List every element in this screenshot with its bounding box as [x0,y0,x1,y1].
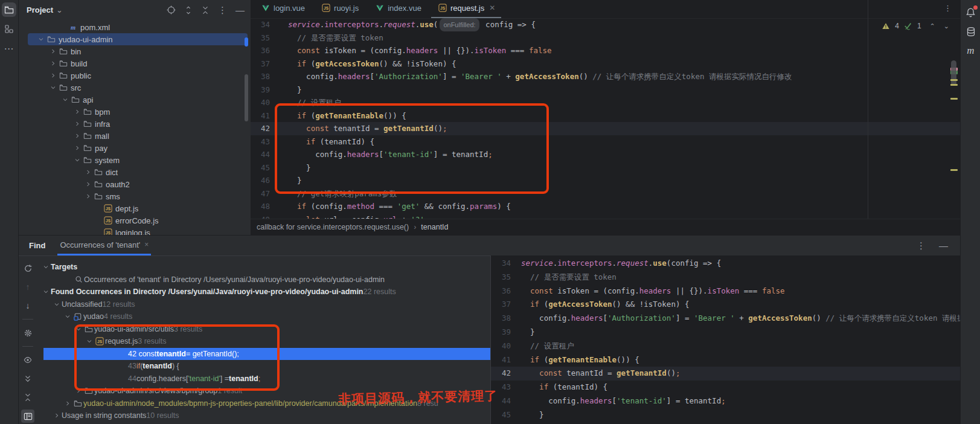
project-tree-row[interactable]: sms [18,190,251,202]
chevron-down-icon[interactable]: ⌄ [56,5,63,14]
close-icon[interactable]: ✕ [489,4,495,12]
up-button[interactable]: ↑ [21,280,34,294]
code-line-41[interactable]: 41 if (getTenantEnable()) { [251,109,960,123]
minimize-icon[interactable]: — [235,5,245,15]
project-tree-row[interactable]: mpom.xml [18,21,251,33]
find-result-row[interactable]: 43 if (tenantId) { [37,360,490,373]
project-tree-row[interactable]: bpm [18,106,251,118]
chev-right-icon[interactable] [75,387,82,394]
chev-right-icon[interactable] [85,193,92,200]
chev-down-icon[interactable] [86,338,93,345]
project-title[interactable]: Project [27,5,53,14]
code-line-39[interactable]: 39 } [491,326,961,339]
chev-right-icon[interactable] [74,144,81,152]
find-result-row[interactable]: 44 config.headers['tenant-id'] = tenantI… [37,373,490,385]
code-line-41[interactable]: 41 if (getTenantEnable()) { [491,353,961,367]
next-problem-icon[interactable]: ⌄ [944,22,949,30]
code-line-45[interactable]: 45 } [491,408,961,422]
collapse-all-icon[interactable] [201,6,210,14]
project-tree-row[interactable]: api [18,94,251,106]
find-results-tab[interactable]: Occurrences of 'tenant' × [57,236,151,255]
chev-down-icon[interactable] [37,36,45,43]
find-result-row[interactable]: yudao-ui-admin/src/utils 3 results [37,323,490,336]
code-line-34[interactable]: 34service.interceptors.request.use(confi… [491,257,961,271]
project-tree-row[interactable]: infra [18,118,251,130]
tool-stripe-button-maven-m[interactable]: m [964,43,978,58]
chev-right-icon[interactable] [64,400,71,407]
project-tree-row[interactable]: yudao-ui-admin [18,33,251,45]
find-result-row[interactable]: yudao 4 results [37,310,490,323]
project-tree-row[interactable]: JSdept.js [18,202,251,214]
find-result-row[interactable]: 42 const tenantId = getTenantId(); [37,348,490,361]
code-line-42[interactable]: 42 const tenantId = getTenantId(); [491,367,961,381]
chev-down-icon[interactable] [53,301,60,308]
tool-stripe-button-more-horizontal[interactable]: ⋯ [2,41,16,56]
preview-editor[interactable]: 34service.interceptors.request.use(confi… [490,255,961,424]
chev-right-icon[interactable] [74,108,81,115]
breadcrumb-leaf[interactable]: tenantId [421,223,448,231]
chev-down-icon[interactable] [62,96,69,103]
tool-stripe-button-notifications-bell[interactable] [964,5,978,19]
kebab-menu-icon[interactable]: ⋮ [944,4,952,13]
code-line-42[interactable]: 42 const tenantId = getTenantId(); [251,122,960,135]
find-result-row[interactable]: Targets [37,261,490,274]
code-line-44[interactable]: 44 config.headers['tenant-id'] = tenantI… [251,148,960,161]
project-tree-row[interactable]: pay [18,142,251,154]
kebab-icon[interactable]: ⋮ [218,5,227,16]
find-result-row[interactable]: Found Occurrences in Directory /Users/yu… [37,286,490,298]
project-tree-row[interactable]: JSerrorCode.js [18,214,251,226]
project-tree-row[interactable]: dict [18,166,251,178]
project-tree-row[interactable]: oauth2 [18,178,251,190]
down-button[interactable]: ↓ [21,299,34,312]
chev-right-icon[interactable] [53,412,60,419]
code-line-47[interactable]: 47 // get请求映射params参数 [251,187,960,201]
chev-right-icon[interactable] [50,72,57,79]
code-line-43[interactable]: 43 if (tenantId) { [491,381,961,394]
editor-scrollbar[interactable] [951,60,956,86]
refresh-button[interactable] [21,262,34,275]
close-icon[interactable]: × [144,240,149,249]
code-line-38[interactable]: 38 config.headers['Authorization'] = 'Be… [251,70,960,83]
eye-button[interactable] [21,353,34,367]
tool-stripe-button-database[interactable] [964,24,978,39]
code-line-36[interactable]: 36 const isToken = (config.headers || {}… [491,284,961,298]
chev-down-icon[interactable] [64,313,71,320]
kebab-icon[interactable]: ⋮ [917,240,926,251]
chev-right-icon[interactable] [85,181,92,188]
code-line-34[interactable]: 34service.interceptors.request.use(onFul… [251,18,960,31]
code-line-37[interactable]: 37 if (getAccessToken() && !isToken) { [251,57,960,71]
code-area[interactable]: 34service.interceptors.request.use(onFul… [251,18,960,235]
chev-down-icon[interactable] [75,326,82,333]
find-result-row[interactable]: Occurrences of 'tenant' in Directory /Us… [37,274,490,286]
collapse-all-button[interactable] [21,391,34,404]
project-tree-row[interactable]: JSloginlog.js [18,226,251,235]
editor-tab-index.vue[interactable]: index.vue [368,0,428,18]
expand-all-button[interactable] [21,372,34,385]
tool-stripe-button-project-folder[interactable] [2,2,16,17]
chev-right-icon[interactable] [74,132,81,140]
code-line-43[interactable]: 43 if (tenantId) { [251,135,960,149]
editor-tab-request.js[interactable]: JSrequest.js✕ [431,0,501,18]
project-tree-row[interactable]: system [18,154,251,166]
code-line-45[interactable]: 45 } [251,161,960,175]
prev-problem-icon[interactable]: ⌃ [930,22,935,30]
project-tree-row[interactable]: src [18,82,251,94]
project-tree-row[interactable]: bin [18,45,251,57]
find-result-row[interactable]: JSrequest.js 3 results [37,335,490,348]
code-line-46[interactable]: 46 } [251,174,960,187]
preview-toggle-button[interactable] [21,410,34,423]
unfold-icon[interactable] [184,6,193,14]
chev-right-icon[interactable] [50,48,57,55]
code-line-48[interactable]: 48 if (config.method === 'get' && config… [251,200,960,213]
code-line-40[interactable]: 40 // 设置租户 [491,339,961,353]
chev-down-icon[interactable] [42,263,50,271]
code-line-35[interactable]: 35 // 是否需要设置 token [491,271,961,284]
chev-right-icon[interactable] [85,169,92,176]
chev-down-icon[interactable] [74,156,81,164]
code-line-40[interactable]: 40 // 设置租户 [251,96,960,109]
editor-tab-ruoyi.js[interactable]: JSruoyi.js [315,0,365,18]
code-line-37[interactable]: 37 if (getAccessToken() && !isToken) { [491,298,961,312]
code-line-38[interactable]: 38 config.headers['Authorization'] = 'Be… [491,312,961,326]
code-line-39[interactable]: 39 } [251,83,960,97]
breadcrumb-parent[interactable]: callback for service.interceptors.reques… [257,223,409,231]
